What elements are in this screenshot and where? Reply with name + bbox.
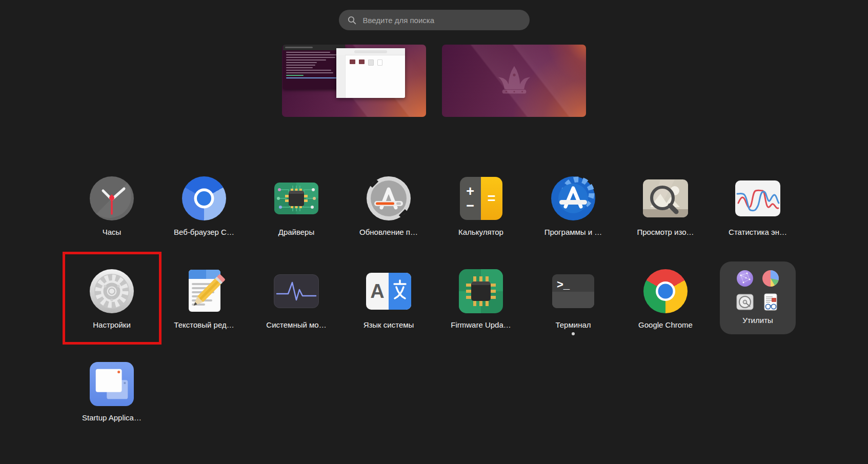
app-label: Google Chrome <box>638 320 693 330</box>
terminal-window-preview <box>283 45 345 89</box>
drivers-icon <box>274 176 319 221</box>
app-chromium[interactable]: Веб-браузер C… <box>158 159 250 252</box>
ubuntu-crown-emblem <box>488 62 541 98</box>
running-indicator <box>572 332 575 335</box>
app-label: Веб-браузер C… <box>174 228 234 237</box>
app-label: Просмотр изо… <box>637 228 694 237</box>
text-editor-icon <box>181 269 227 314</box>
calculator-icon: + − = <box>458 176 503 221</box>
disks-icon <box>736 293 754 311</box>
app-label: Калькулятор <box>458 228 503 237</box>
clock-icon <box>89 176 134 221</box>
power-statistics-icon <box>735 176 780 221</box>
app-text-editor[interactable]: Текстовый ред… <box>158 252 250 345</box>
app-label: Драйверы <box>278 228 315 237</box>
app-label: Startup Applica… <box>82 413 142 422</box>
app-label: Программы и … <box>544 228 602 237</box>
app-language[interactable]: A Язык системы <box>342 252 435 345</box>
chrome-icon <box>643 269 688 314</box>
app-folder-utilities[interactable]: Утилиты <box>712 252 804 345</box>
app-calculator[interactable]: + − = Калькулятор <box>435 159 527 252</box>
app-label: Язык системы <box>364 320 414 330</box>
app-clocks[interactable]: Часы <box>66 159 158 252</box>
search-icon <box>348 16 356 25</box>
app-software-properties[interactable]: Программы и … <box>527 159 619 252</box>
app-label: Терминал <box>555 320 591 330</box>
search-bar[interactable] <box>339 10 530 30</box>
app-drivers[interactable]: Драйверы <box>250 159 342 252</box>
app-label: Текстовый ред… <box>174 320 234 330</box>
app-label: Часы <box>103 228 122 237</box>
terminal-icon: >_ <box>551 269 596 314</box>
app-label: Обновление п… <box>359 228 418 237</box>
plus-glyph: + <box>466 185 474 198</box>
usage-sphere-icon <box>736 269 754 288</box>
settings-gear-icon <box>89 269 134 314</box>
minus-glyph: − <box>466 199 474 212</box>
app-label: Firmware Upda… <box>451 320 511 330</box>
workspace-switcher <box>0 45 868 117</box>
app-power-statistics[interactable]: Статистика эн… <box>712 159 804 252</box>
search-input[interactable] <box>362 15 521 25</box>
workspace-thumbnail-1[interactable] <box>282 45 426 117</box>
app-google-chrome[interactable]: Google Chrome <box>619 252 712 345</box>
disk-usage-pie-icon <box>761 269 780 288</box>
app-label: Статистика эн… <box>729 228 787 237</box>
software-properties-icon <box>551 176 596 221</box>
app-image-viewer[interactable]: Просмотр изо… <box>619 159 712 252</box>
software-updater-icon <box>366 176 411 221</box>
app-label: Настройки <box>93 320 131 330</box>
app-grid: Часы Веб-браузер C… <box>66 159 804 437</box>
prompt-glyph: >_ <box>557 278 570 291</box>
workspace-thumbnail-2[interactable] <box>442 45 586 117</box>
latin-a-glyph: A <box>370 280 384 302</box>
chromium-icon <box>181 176 227 221</box>
system-monitor-icon <box>274 269 319 314</box>
document-viewer-icon <box>761 293 780 311</box>
folder-label: Утилиты <box>742 316 773 325</box>
app-startup-applications[interactable]: Startup Applica… <box>66 345 158 437</box>
files-window-preview <box>336 48 405 98</box>
firmware-updater-icon <box>458 269 503 314</box>
app-settings[interactable]: Настройки <box>66 252 158 345</box>
startup-applications-icon <box>89 361 134 407</box>
equals-glyph: = <box>488 191 496 207</box>
app-terminal[interactable]: >_ Терминал <box>527 252 619 345</box>
app-system-monitor[interactable]: Системный мо… <box>250 252 342 345</box>
folder-background: Утилиты <box>720 261 796 334</box>
app-label: Системный мо… <box>266 320 326 330</box>
app-firmware-updater[interactable]: Firmware Upda… <box>435 252 527 345</box>
language-icon: A <box>366 269 411 314</box>
app-software-updater[interactable]: Обновление п… <box>342 159 435 252</box>
image-viewer-icon <box>643 176 688 221</box>
